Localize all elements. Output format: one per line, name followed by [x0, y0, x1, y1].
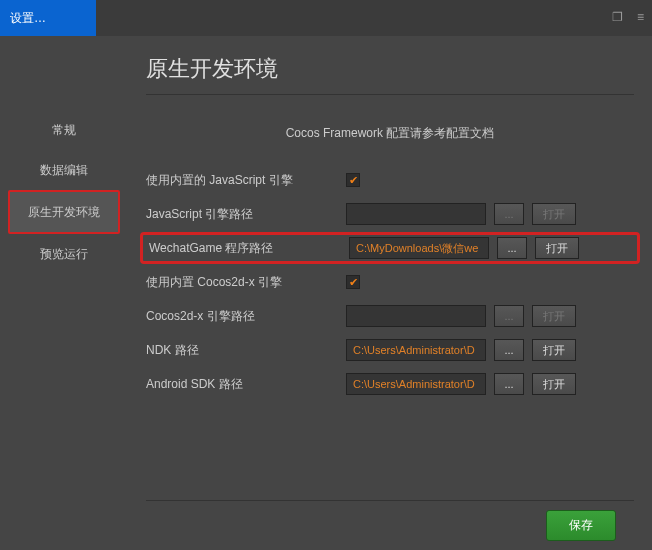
sidebar: 常规 数据编辑 原生开发环境 预览运行	[0, 36, 128, 550]
browse-wechat-button[interactable]: ...	[497, 237, 527, 259]
title-tab[interactable]: 设置…	[0, 0, 96, 36]
input-cocos-path[interactable]	[346, 305, 486, 327]
sidebar-item-native-dev[interactable]: 原生开发环境	[10, 192, 118, 232]
open-js-path-button[interactable]: 打开	[532, 203, 576, 225]
browse-js-path-button[interactable]: ...	[494, 203, 524, 225]
input-wechat-path[interactable]: C:\MyDownloads\微信we	[349, 237, 489, 259]
browse-cocos-button[interactable]: ...	[494, 305, 524, 327]
config-note: Cocos Framework 配置请参考配置文档	[146, 125, 634, 142]
label-cocos-path: Cocos2d-x 引擎路径	[146, 308, 346, 325]
popout-icon[interactable]: ❐	[612, 10, 623, 24]
checkbox-use-cocos[interactable]	[346, 275, 360, 289]
panel-title: 原生开发环境	[146, 54, 634, 95]
sidebar-item-label: 数据编辑	[40, 162, 88, 179]
checkbox-use-js[interactable]	[346, 173, 360, 187]
row-use-cocos-engine: 使用内置 Cocos2d-x 引擎	[146, 266, 634, 298]
save-button[interactable]: 保存	[546, 510, 616, 541]
label-sdk: Android SDK 路径	[146, 376, 346, 393]
window-controls: ❐ ≡	[612, 10, 644, 24]
titlebar: 设置… ❐ ≡	[0, 0, 652, 36]
sidebar-item-data-edit[interactable]: 数据编辑	[0, 150, 128, 190]
row-wechat-path: WechatGame 程序路径 C:\MyDownloads\微信we ... …	[140, 232, 640, 264]
row-js-path: JavaScript 引擎路径 ... 打开	[146, 198, 634, 230]
label-use-cocos: 使用内置 Cocos2d-x 引擎	[146, 274, 346, 291]
row-cocos-path: Cocos2d-x 引擎路径 ... 打开	[146, 300, 634, 332]
sidebar-item-label: 常规	[52, 122, 76, 139]
browse-ndk-button[interactable]: ...	[494, 339, 524, 361]
input-js-path[interactable]	[346, 203, 486, 225]
form-rows: 使用内置的 JavaScript 引擎 JavaScript 引擎路径 ... …	[146, 164, 634, 400]
input-sdk-path[interactable]: C:\Users\Administrator\D	[346, 373, 486, 395]
footer: 保存	[146, 500, 634, 550]
label-use-js: 使用内置的 JavaScript 引擎	[146, 172, 346, 189]
sidebar-item-general[interactable]: 常规	[0, 110, 128, 150]
sidebar-highlight: 原生开发环境	[8, 190, 120, 234]
open-wechat-button[interactable]: 打开	[535, 237, 579, 259]
row-sdk-path: Android SDK 路径 C:\Users\Administrator\D …	[146, 368, 634, 400]
open-ndk-button[interactable]: 打开	[532, 339, 576, 361]
row-use-js-engine: 使用内置的 JavaScript 引擎	[146, 164, 634, 196]
label-ndk: NDK 路径	[146, 342, 346, 359]
sidebar-item-label: 原生开发环境	[28, 204, 100, 221]
main-panel: 原生开发环境 Cocos Framework 配置请参考配置文档 使用内置的 J…	[128, 36, 652, 550]
label-wechat: WechatGame 程序路径	[149, 240, 349, 257]
browse-sdk-button[interactable]: ...	[494, 373, 524, 395]
open-sdk-button[interactable]: 打开	[532, 373, 576, 395]
sidebar-item-preview-run[interactable]: 预览运行	[0, 234, 128, 274]
menu-icon[interactable]: ≡	[637, 10, 644, 24]
content-row: 常规 数据编辑 原生开发环境 预览运行 原生开发环境 Cocos Framewo…	[0, 36, 652, 550]
label-js-path: JavaScript 引擎路径	[146, 206, 346, 223]
title-tab-label: 设置…	[10, 10, 46, 27]
row-ndk-path: NDK 路径 C:\Users\Administrator\D ... 打开	[146, 334, 634, 366]
settings-window: 设置… ❐ ≡ 常规 数据编辑 原生开发环境 预览运行 原生开发环境	[0, 0, 652, 550]
open-cocos-button[interactable]: 打开	[532, 305, 576, 327]
sidebar-item-label: 预览运行	[40, 246, 88, 263]
input-ndk-path[interactable]: C:\Users\Administrator\D	[346, 339, 486, 361]
